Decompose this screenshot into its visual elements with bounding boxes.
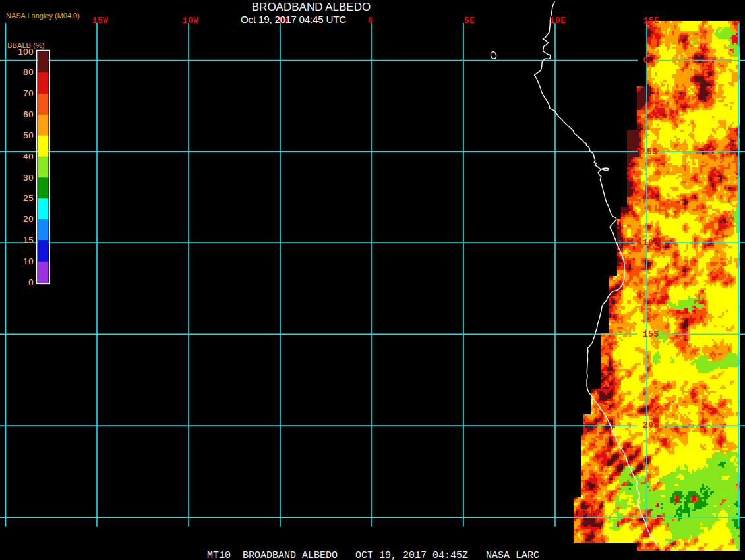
svg-text:10E: 10E xyxy=(550,16,566,26)
svg-text:10W: 10W xyxy=(183,16,199,26)
svg-text:100: 100 xyxy=(18,47,34,57)
svg-text:15E: 15E xyxy=(643,16,660,26)
svg-text:20S: 20S xyxy=(643,420,659,430)
svg-text:15: 15 xyxy=(23,235,34,245)
svg-text:10: 10 xyxy=(23,256,34,266)
svg-text:Oct 19, 2017 04:45 UTC: Oct 19, 2017 04:45 UTC xyxy=(241,14,346,25)
svg-text:25: 25 xyxy=(23,193,34,203)
svg-text:40: 40 xyxy=(23,152,34,161)
svg-text:70: 70 xyxy=(23,88,34,98)
svg-text:BROADBAND ALBEDO: BROADBAND ALBEDO xyxy=(252,1,371,13)
svg-text:0: 0 xyxy=(643,55,648,65)
svg-text:30: 30 xyxy=(23,173,34,182)
svg-text:5S: 5S xyxy=(647,147,657,157)
svg-text:NASA Langley (M04.0): NASA Langley (M04.0) xyxy=(6,12,80,20)
svg-text:5E: 5E xyxy=(464,16,475,26)
svg-text:50: 50 xyxy=(23,130,34,140)
svg-text:15W: 15W xyxy=(92,16,109,26)
svg-text:0: 0 xyxy=(368,16,373,26)
svg-text:60: 60 xyxy=(23,109,34,119)
svg-text:15S: 15S xyxy=(643,329,659,339)
svg-text:10S: 10S xyxy=(643,238,659,248)
svg-text:MT10 BROADBAND ALBEDO OCT 1: MT10 BROADBAND ALBEDO OCT 19, 2017 04:45… xyxy=(207,550,539,560)
svg-text:0: 0 xyxy=(28,277,34,287)
svg-text:80: 80 xyxy=(23,67,34,77)
svg-text:20: 20 xyxy=(23,214,34,224)
